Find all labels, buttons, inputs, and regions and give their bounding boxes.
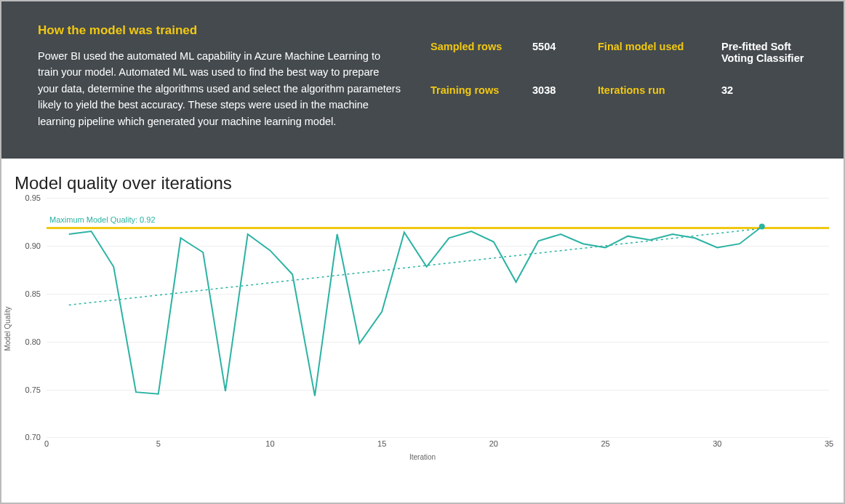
x-tick-label: 10 xyxy=(265,439,274,448)
section-title: How the model was trained xyxy=(38,23,401,38)
y-ticks: 0.700.750.800.850.900.95 xyxy=(17,198,41,438)
x-tick-label: 5 xyxy=(156,439,161,448)
x-tick-label: 0 xyxy=(44,439,49,448)
y-axis-title: Model Quality xyxy=(4,307,12,351)
chart-area: Model Quality 0.700.750.800.850.900.95 M… xyxy=(12,198,833,460)
section-description: Power BI used the automated ML capabilit… xyxy=(38,48,401,129)
x-axis-title: Iteration xyxy=(409,453,436,461)
x-ticks: 05101520253035 xyxy=(47,439,829,451)
metric-label-sampled: Sampled rows xyxy=(430,41,525,64)
metric-value-iterations: 32 xyxy=(721,84,807,96)
intro-block: How the model was trained Power BI used … xyxy=(38,23,401,129)
metric-label-training: Training rows xyxy=(430,84,525,96)
metrics-grid: Sampled rows 5504 Final model used Pre-f… xyxy=(430,23,807,129)
y-tick-label: 0.95 xyxy=(17,193,41,202)
y-tick-label: 0.80 xyxy=(17,337,41,346)
y-tick-label: 0.85 xyxy=(17,289,41,298)
final-point-marker xyxy=(759,224,765,230)
chart-title: Model quality over iterations xyxy=(15,173,833,193)
metric-value-final-model: Pre-fitted Soft Voting Classifier xyxy=(721,41,807,64)
metric-value-training: 3038 xyxy=(532,84,590,96)
metric-label-final-model: Final model used xyxy=(598,41,714,64)
x-tick-label: 15 xyxy=(377,439,386,448)
metric-value-sampled: 5504 xyxy=(532,41,590,64)
quality-series-line xyxy=(69,227,762,396)
x-tick-label: 25 xyxy=(601,439,609,448)
training-summary-panel: How the model was trained Power BI used … xyxy=(1,1,844,159)
y-tick-label: 0.75 xyxy=(17,385,41,394)
metric-label-iterations: Iterations run xyxy=(598,84,714,96)
chart-section: Model quality over iterations Model Qual… xyxy=(1,159,844,467)
x-tick-label: 30 xyxy=(713,439,721,448)
x-tick-label: 35 xyxy=(825,439,833,448)
y-tick-label: 0.70 xyxy=(17,433,41,441)
x-tick-label: 20 xyxy=(489,439,498,448)
y-tick-label: 0.90 xyxy=(17,241,41,250)
plot-area: Maximum Model Quality: 0.92 xyxy=(47,198,829,438)
